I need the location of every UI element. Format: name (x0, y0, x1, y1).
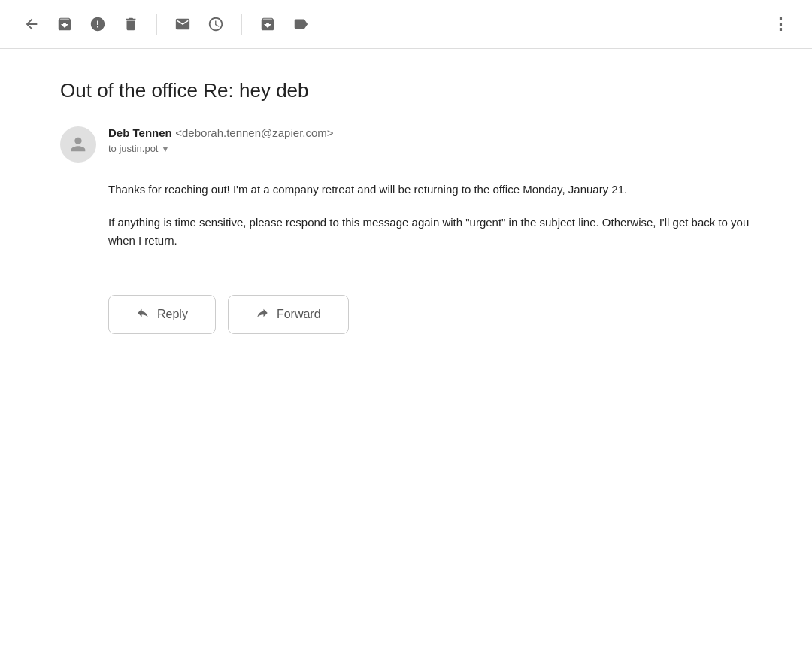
reply-label: Reply (157, 308, 188, 321)
action-buttons: Reply Forward (108, 295, 752, 334)
more-options-button[interactable]: ⋮ (767, 11, 794, 38)
email-header: Deb Tennen <deborah.tennen@zapier.com> t… (60, 126, 752, 163)
divider-1 (156, 14, 157, 35)
forward-icon (256, 306, 269, 323)
reply-icon (136, 306, 150, 323)
move-button[interactable] (254, 11, 281, 38)
forward-label: Forward (277, 308, 321, 321)
sender-email: <deborah.tennen@zapier.com> (175, 126, 333, 139)
back-button[interactable] (18, 11, 45, 38)
email-body: Thanks for reaching out! I'm at a compan… (108, 181, 752, 250)
divider-2 (241, 14, 242, 35)
body-paragraph-2: If anything is time sensitive, please re… (108, 214, 752, 250)
sender-avatar (60, 126, 96, 163)
sender-info: Deb Tennen <deborah.tennen@zapier.com> t… (108, 126, 334, 154)
to-label: to justin.pot (108, 143, 159, 154)
toolbar: ⋮ (0, 0, 812, 49)
email-container: Out of the office Re: hey deb Deb Tennen… (0, 49, 812, 364)
sender-to[interactable]: to justin.pot ▼ (108, 143, 334, 154)
sender-name: Deb Tennen (108, 126, 172, 139)
email-subject: Out of the office Re: hey deb (60, 79, 752, 102)
sender-name-line: Deb Tennen <deborah.tennen@zapier.com> (108, 126, 334, 140)
archive-button[interactable] (51, 11, 78, 38)
spam-button[interactable] (84, 11, 111, 38)
reply-button[interactable]: Reply (108, 295, 216, 334)
forward-button[interactable]: Forward (228, 295, 349, 334)
mark-unread-button[interactable] (169, 11, 196, 38)
delete-button[interactable] (117, 11, 144, 38)
label-button[interactable] (287, 11, 314, 38)
chevron-down-icon: ▼ (162, 144, 170, 153)
body-paragraph-1: Thanks for reaching out! I'm at a compan… (108, 181, 752, 199)
snooze-button[interactable] (202, 11, 229, 38)
